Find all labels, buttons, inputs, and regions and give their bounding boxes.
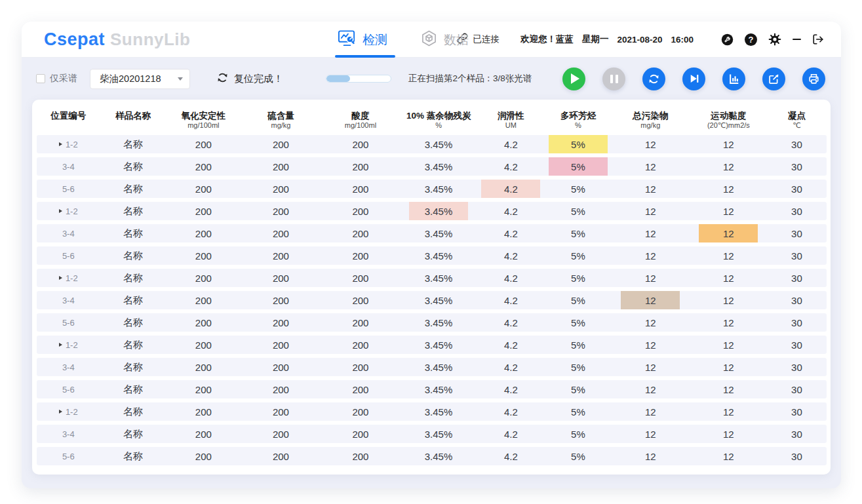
sample-select[interactable]: 柴油20201218 xyxy=(90,69,190,89)
value-cell: 200 xyxy=(241,157,321,176)
value-cell: 12 xyxy=(611,402,690,421)
exit-icon[interactable] xyxy=(812,33,824,45)
value-cell: 200 xyxy=(166,380,241,398)
value-cell: 3.45% xyxy=(401,157,477,176)
value-cell: 200 xyxy=(166,313,241,332)
active-tab-indicator xyxy=(335,55,395,58)
expand-arrow-icon[interactable] xyxy=(59,142,62,146)
only-spectrum-option: 仅采谱 xyxy=(36,73,77,85)
table-row[interactable]: 1-2名称2002002003.45%4.25%121230 xyxy=(37,135,827,153)
value-cell: 30 xyxy=(767,358,826,376)
pause-button[interactable] xyxy=(602,68,625,90)
table-row[interactable]: 1-2名称2002002003.45%4.25%121230 xyxy=(37,269,827,287)
value-cell: 4.2 xyxy=(477,157,545,176)
skip-next-button[interactable] xyxy=(682,68,705,90)
action-buttons xyxy=(562,68,825,90)
reset-status-group[interactable]: 复位完成！ xyxy=(216,71,283,86)
table-row[interactable]: 1-2名称2002002003.45%4.25%121230 xyxy=(37,336,827,354)
value-cell: 200 xyxy=(166,135,241,153)
position-cell: 5-6 xyxy=(37,380,101,398)
table-row[interactable]: 3-4名称2002002003.45%4.25%121230 xyxy=(37,291,827,309)
only-spectrum-checkbox[interactable] xyxy=(36,74,45,83)
position-cell: 1-2 xyxy=(37,336,101,354)
table-row[interactable]: 1-2名称2002002003.45%4.25%121230 xyxy=(37,202,827,220)
value-cell: 200 xyxy=(241,246,321,265)
table-row[interactable]: 5-6名称2002002003.45%4.25%121230 xyxy=(37,180,827,198)
print-button[interactable] xyxy=(802,68,825,90)
value-cell: 200 xyxy=(241,291,321,309)
settings-icon[interactable] xyxy=(768,33,781,46)
value-cell: 4.2 xyxy=(477,291,545,309)
value-cell: 4.2 xyxy=(477,202,545,220)
table-row[interactable]: 3-4名称2002002003.45%4.25%121230 xyxy=(37,224,827,242)
connection-label: 已连接 xyxy=(473,33,500,45)
expand-arrow-icon[interactable] xyxy=(59,276,62,280)
value-cell: 4.2 xyxy=(477,246,545,265)
table-row[interactable]: 3-4名称2002002003.45%4.25%121230 xyxy=(37,358,827,376)
value-cell: 12 xyxy=(690,358,767,376)
value-cell: 200 xyxy=(166,336,241,354)
table-row[interactable]: 3-4名称2002002003.45%4.25%121230 xyxy=(37,425,827,443)
value-cell: 200 xyxy=(321,336,401,354)
sync-icon xyxy=(648,73,660,85)
tab-data[interactable]: 数据 xyxy=(420,22,469,58)
highlighted-value-cell: 4.2 xyxy=(481,180,540,198)
highlighted-value-cell: 3.45% xyxy=(409,202,468,220)
play-button[interactable] xyxy=(562,68,585,90)
scan-progress-bar xyxy=(326,75,391,83)
table-row[interactable]: 5-6名称2002002003.45%4.25%121230 xyxy=(37,246,827,265)
sync-button[interactable] xyxy=(642,68,665,90)
value-cell: 200 xyxy=(241,425,321,443)
bar-chart-button[interactable] xyxy=(722,68,745,90)
table-row[interactable]: 5-6名称2002002003.45%4.25%121230 xyxy=(37,313,827,332)
help-icon[interactable]: ? xyxy=(745,33,757,46)
value-cell: 30 xyxy=(767,135,826,153)
tool-icon[interactable] xyxy=(721,33,734,46)
table-row[interactable]: 1-2名称2002002003.45%4.25%121230 xyxy=(37,402,827,421)
system-icons: ? xyxy=(721,33,824,46)
value-cell: 200 xyxy=(321,157,401,176)
value-cell: 30 xyxy=(767,336,826,354)
value-cell: 200 xyxy=(166,358,241,376)
value-cell: 4.2 xyxy=(477,180,545,198)
table-row[interactable]: 3-4名称2002002003.45%4.25%121230 xyxy=(37,157,827,176)
table-row[interactable]: 5-6名称2002002003.45%4.25%121230 xyxy=(37,380,827,398)
value-cell: 12 xyxy=(611,246,690,265)
logo-primary: Csepat xyxy=(44,29,105,50)
position-cell: 5-6 xyxy=(37,180,101,198)
expand-arrow-icon[interactable] xyxy=(59,343,62,347)
date-text: 2021-08-20 xyxy=(617,35,662,45)
value-cell: 4.2 xyxy=(477,336,545,354)
expand-arrow-icon[interactable] xyxy=(59,209,62,213)
position-cell: 5-6 xyxy=(37,447,101,465)
minimize-icon[interactable] xyxy=(793,39,801,40)
column-header-6: 润滑性UM xyxy=(477,104,545,131)
position-cell: 3-4 xyxy=(37,425,101,443)
table-row[interactable]: 5-6名称2002002003.45%4.25%121230 xyxy=(37,447,827,465)
play-icon xyxy=(571,73,579,84)
chevron-down-icon xyxy=(178,77,183,81)
column-header-9: 运动黏度(20℃)mm2/s xyxy=(690,104,767,131)
value-cell: 名称 xyxy=(100,358,166,376)
value-cell: 12 xyxy=(690,402,767,421)
position-cell: 1-2 xyxy=(37,269,101,287)
value-cell: 12 xyxy=(611,202,690,220)
column-header-10: 凝点℃ xyxy=(767,104,826,131)
expand-arrow-icon[interactable] xyxy=(59,410,62,414)
value-cell: 200 xyxy=(166,224,241,242)
value-cell: 12 xyxy=(611,313,690,332)
tab-detection[interactable]: 检测 xyxy=(338,22,387,58)
value-cell: 200 xyxy=(241,402,321,421)
weekday-text: 星期一 xyxy=(582,33,609,45)
export-button[interactable] xyxy=(762,68,785,90)
toolbar: 仅采谱 柴油20201218 复位完成！ 正在扫描第2个样品：3/8张光谱 xyxy=(22,58,841,100)
value-cell: 200 xyxy=(241,380,321,398)
only-spectrum-label: 仅采谱 xyxy=(50,73,77,85)
value-cell: 200 xyxy=(321,380,401,398)
value-cell: 3.45% xyxy=(401,336,477,354)
column-header-4: 酸度mg/100ml xyxy=(321,104,401,131)
value-cell: 3.45% xyxy=(401,380,477,398)
value-cell: 5% xyxy=(545,425,612,443)
value-cell: 12 xyxy=(611,269,690,287)
value-cell: 200 xyxy=(241,202,321,220)
